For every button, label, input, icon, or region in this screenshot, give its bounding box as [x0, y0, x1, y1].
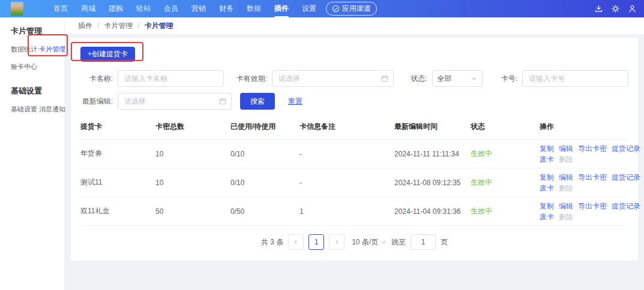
sidebar-item[interactable]: 基础设置	[11, 105, 39, 114]
table-row: 测试11 10 0/10 - 2024-11-08 09:12:35 生效中 复…	[80, 168, 628, 197]
cell-total-count: 10	[155, 140, 230, 168]
gear-icon[interactable]	[611, 4, 620, 13]
cell-total-count: 50	[155, 197, 230, 226]
nav-menu-item[interactable]: 轻站	[136, 0, 151, 19]
page-number-button[interactable]: 1	[308, 234, 324, 250]
sidebar-item[interactable]: 消息通知	[39, 105, 67, 114]
nav-menu-item-label: 会员	[164, 4, 178, 13]
download-icon[interactable]	[594, 4, 603, 13]
edited-label: 最新编辑:	[80, 96, 113, 107]
card-name-input[interactable]	[118, 70, 224, 87]
action-link[interactable]: 编辑	[559, 144, 573, 153]
page-size-select[interactable]: 10 条/页	[352, 237, 387, 247]
card-table: 提货卡卡密总数已使用/待使用卡信息备注最新编辑时间状态操作 年货券 10 0/1…	[80, 116, 628, 226]
action-link[interactable]: 导出卡密	[578, 173, 607, 182]
nav-menu-item[interactable]: 首页	[53, 0, 68, 19]
status-select[interactable]: 全部	[432, 70, 483, 87]
content-card: +创建提货卡 卡名称: 卡有效期: 状态: 全部	[71, 38, 638, 261]
nav-menu-item-label: 团购	[109, 4, 123, 13]
calendar-icon	[219, 98, 226, 105]
table-header-cell: 卡密总数	[155, 116, 230, 140]
nav-menu-item[interactable]: 财务	[219, 0, 233, 19]
reset-link[interactable]: 重置	[288, 96, 302, 107]
card-no-input[interactable]	[522, 70, 628, 87]
action-link[interactable]: 导出卡密	[578, 202, 607, 210]
nav-menu-item[interactable]: 商城	[81, 0, 95, 19]
cell-edited-time: 2024-11-11 11:11:34	[394, 140, 471, 168]
search-button[interactable]: 搜索	[240, 93, 275, 110]
nav-menu-item-label: 商城	[81, 4, 95, 13]
nav-menu-item-label: 首页	[53, 4, 68, 13]
table-header-cell: 提货卡	[80, 116, 155, 140]
action-line-1: 复制编辑导出卡密提货记录	[540, 143, 626, 154]
jump-prefix-label: 跳至	[391, 237, 406, 247]
nav-menu-item[interactable]: 设置	[302, 0, 316, 19]
cell-card-name: 测试11	[80, 168, 155, 197]
action-link[interactable]: 复制	[540, 144, 554, 153]
nav-menu-item[interactable]: 营销	[191, 0, 206, 19]
create-card-button[interactable]: +创建提货卡	[80, 47, 135, 62]
breadcrumb-separator: /	[137, 22, 139, 30]
app-channel-label: 应用渠道	[342, 4, 371, 14]
nav-menu-item[interactable]: 数据	[247, 0, 261, 19]
sidebar-item[interactable]: 卡片管理	[39, 45, 67, 54]
app-logo	[11, 2, 23, 16]
filter-panel: 卡名称: 卡有效期: 状态: 全部 卡号: 最新编	[71, 69, 638, 110]
validity-input[interactable]	[272, 70, 394, 87]
cell-actions: 复制编辑导出卡密提货记录 废卡删除	[540, 168, 628, 197]
breadcrumb-item[interactable]: 卡片管理	[104, 21, 133, 31]
action-link[interactable]: 提货记录	[612, 173, 640, 182]
table-header-cell: 已使用/待使用	[230, 116, 299, 140]
edited-date-picker[interactable]	[118, 93, 232, 110]
cell-card-name: 双11礼盒	[80, 197, 155, 226]
edited-input[interactable]	[118, 93, 232, 110]
prev-page-button[interactable]	[288, 234, 304, 250]
page-size-value: 10 条/页	[352, 237, 378, 247]
nav-menu-item[interactable]: 团购	[109, 0, 123, 19]
action-link[interactable]: 复制	[540, 173, 554, 182]
cell-card-name: 年货券	[80, 140, 155, 168]
sidebar-section: 基础设置 基础设置消息通知	[11, 86, 64, 114]
action-link[interactable]: 废卡	[540, 155, 554, 164]
validity-label: 卡有效期:	[235, 74, 267, 84]
sidebar-section-items: 数据统计卡片管理验卡中心	[11, 45, 67, 71]
cell-actions: 复制编辑导出卡密提货记录 废卡删除	[540, 197, 628, 226]
action-link[interactable]: 废卡	[540, 184, 554, 192]
user-icon[interactable]	[628, 4, 637, 13]
cell-status: 生效中	[471, 168, 540, 197]
action-link[interactable]: 废卡	[540, 213, 554, 221]
status-label: 状态:	[407, 74, 427, 84]
breadcrumb-separator: /	[97, 22, 99, 30]
sidebar-section-title: 基础设置	[11, 86, 64, 96]
action-link: 删除	[559, 155, 573, 164]
table-header-cell: 操作	[540, 116, 628, 140]
sidebar-item[interactable]: 验卡中心	[11, 62, 39, 71]
breadcrumb-item[interactable]: 插件	[78, 21, 92, 31]
table-header-cell: 卡信息备注	[299, 116, 394, 140]
table-row: 双11礼盒 50 0/50 1 2024-11-04 09:31:36 生效中 …	[80, 197, 628, 226]
nav-menu-item[interactable]: 会员	[164, 0, 178, 19]
action-link[interactable]: 编辑	[559, 202, 573, 210]
cell-remark: 1	[299, 197, 394, 226]
next-page-button[interactable]	[329, 234, 345, 250]
cell-used-pending: 0/50	[230, 197, 299, 226]
action-link: 删除	[559, 213, 573, 221]
action-link[interactable]: 复制	[540, 202, 554, 210]
action-line-2: 废卡删除	[540, 154, 626, 165]
app-channel-button[interactable]: 应用渠道	[326, 2, 377, 16]
action-line-2: 废卡删除	[540, 212, 626, 222]
sidebar-item[interactable]: 数据统计	[11, 45, 39, 54]
cell-total-count: 10	[155, 168, 230, 197]
nav-menu-item-label: 财务	[219, 4, 233, 13]
cell-used-pending: 0/10	[230, 168, 299, 197]
action-link[interactable]: 提货记录	[612, 144, 640, 153]
validity-date-picker[interactable]	[272, 70, 394, 87]
action-link[interactable]: 提货记录	[612, 202, 640, 210]
action-link[interactable]: 导出卡密	[578, 144, 607, 153]
table-header-cell: 最新编辑时间	[394, 116, 471, 140]
cell-used-pending: 0/10	[230, 140, 299, 168]
nav-menu-item[interactable]: 插件	[274, 0, 289, 19]
jump-page-input[interactable]	[411, 234, 436, 250]
action-link[interactable]: 编辑	[559, 173, 573, 182]
cell-actions: 复制编辑导出卡密提货记录 废卡删除	[540, 140, 628, 168]
